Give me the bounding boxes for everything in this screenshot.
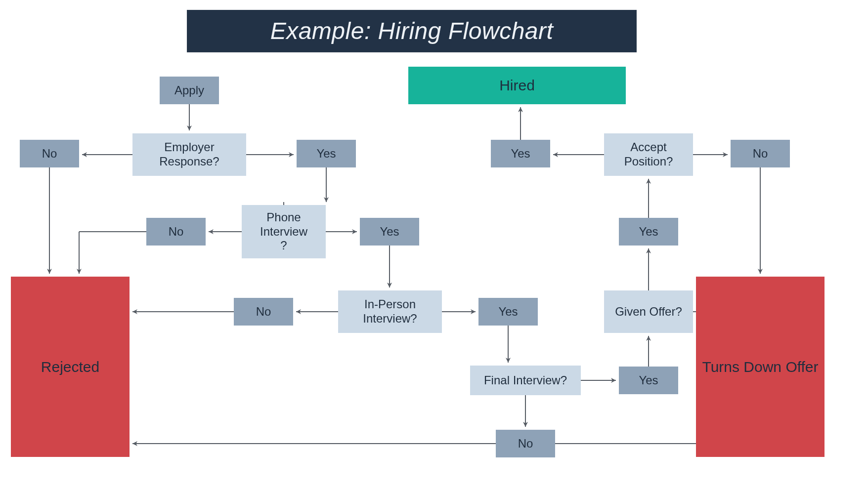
node-label-erNo: No bbox=[38, 145, 61, 163]
node-erNo: No bbox=[20, 140, 79, 167]
node-label-apYes: Yes bbox=[507, 145, 534, 163]
node-acceptPosition: Accept Position? bbox=[604, 133, 693, 176]
node-finalInterview: Final Interview? bbox=[470, 366, 581, 395]
node-fiYes: Yes bbox=[619, 367, 678, 394]
node-givenOffer: Given Offer? bbox=[604, 290, 693, 333]
title-label: Example: Hiring Flowchart bbox=[266, 15, 558, 47]
node-apNo: No bbox=[731, 140, 790, 167]
node-label-fiYes: Yes bbox=[635, 371, 662, 390]
node-rejected: Rejected bbox=[11, 277, 130, 457]
node-goYes: Yes bbox=[619, 218, 678, 246]
node-label-hired: Hired bbox=[495, 75, 539, 96]
node-label-employerResponse: Employer Response? bbox=[132, 138, 246, 171]
node-label-goYes: Yes bbox=[635, 223, 662, 241]
node-label-turnsDown: Turns Down Offer bbox=[698, 356, 822, 378]
node-apply: Apply bbox=[160, 77, 219, 104]
node-ipYes: Yes bbox=[478, 298, 538, 326]
node-label-acceptPosition: Accept Position? bbox=[604, 138, 693, 171]
node-label-inPerson: In-Person Interview? bbox=[338, 295, 442, 328]
node-apYes: Yes bbox=[491, 140, 550, 167]
node-inPerson: In-Person Interview? bbox=[338, 290, 442, 333]
node-label-fiNo: No bbox=[514, 435, 537, 453]
node-phoneInterview: Phone Interview ? bbox=[242, 205, 326, 258]
node-label-ipNo: No bbox=[252, 303, 275, 321]
node-label-apply: Apply bbox=[171, 82, 208, 100]
node-employerResponse: Employer Response? bbox=[132, 133, 246, 176]
node-label-phoneInterview: Phone Interview ? bbox=[242, 208, 326, 255]
title-box: Example: Hiring Flowchart bbox=[187, 10, 637, 52]
node-ipNo: No bbox=[234, 298, 293, 326]
node-label-apNo: No bbox=[749, 145, 772, 163]
node-turnsDown: Turns Down Offer bbox=[696, 277, 825, 457]
node-label-phNo: No bbox=[165, 223, 188, 241]
node-label-finalInterview: Final Interview? bbox=[480, 371, 571, 390]
node-hired: Hired bbox=[408, 67, 626, 104]
node-label-givenOffer: Given Offer? bbox=[611, 303, 686, 321]
node-label-ipYes: Yes bbox=[494, 303, 521, 321]
node-fiNo: No bbox=[496, 430, 555, 457]
node-erYes: Yes bbox=[297, 140, 356, 167]
node-label-erYes: Yes bbox=[312, 145, 340, 163]
flowchart-stage: Example: Hiring FlowchartApplyEmployer R… bbox=[0, 0, 868, 492]
node-label-rejected: Rejected bbox=[37, 356, 103, 378]
node-phYes: Yes bbox=[360, 218, 419, 246]
node-phNo: No bbox=[146, 218, 206, 246]
node-label-phYes: Yes bbox=[376, 223, 403, 241]
